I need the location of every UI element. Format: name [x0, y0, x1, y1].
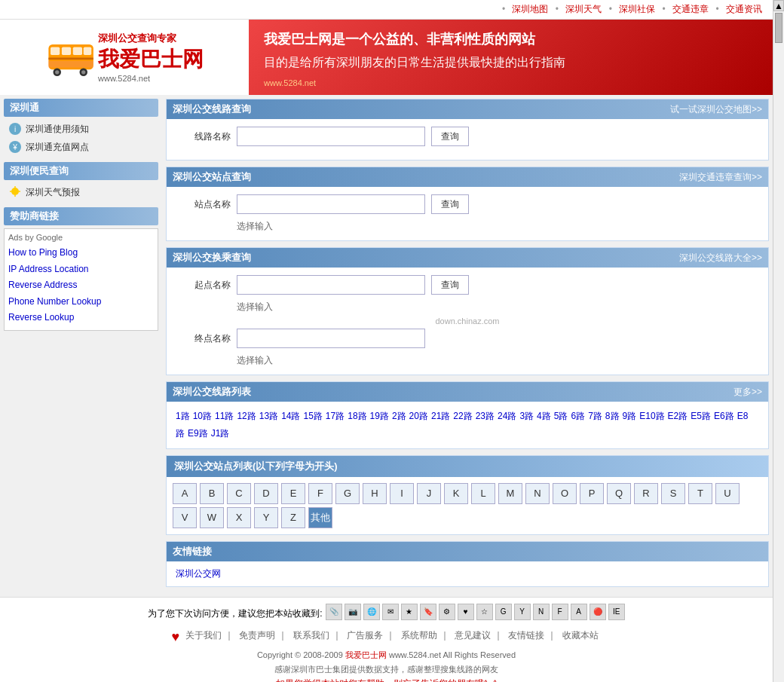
bus-route-link[interactable]: 1路 — [176, 411, 190, 421]
bus-route-link[interactable]: 12路 — [237, 411, 256, 421]
bus-route-link[interactable]: 4路 — [537, 411, 551, 421]
ads-link-ip[interactable]: IP Address Location — [8, 261, 154, 278]
top-nav-weather[interactable]: 深圳天气 — [565, 4, 602, 14]
bookmark-icon-5[interactable]: ★ — [401, 604, 418, 620]
friends-link-bus[interactable]: 深圳公交网 — [176, 568, 221, 579]
transfer-end-input[interactable] — [237, 329, 425, 348]
letter-btn-h[interactable]: H — [363, 483, 387, 504]
bus-route-link[interactable]: 19路 — [370, 411, 389, 421]
letter-btn-p[interactable]: P — [580, 483, 604, 504]
stop-query-btn[interactable]: 查询 — [431, 194, 469, 214]
bookmark-icon-10[interactable]: G — [495, 604, 512, 620]
letter-btn-d[interactable]: D — [254, 483, 278, 504]
bus-route-link[interactable]: 23路 — [476, 411, 495, 421]
bus-route-link[interactable]: E6路 — [714, 411, 734, 421]
letter-btn-k[interactable]: K — [444, 483, 468, 504]
footer-link-contact[interactable]: 联系我们 — [293, 630, 329, 641]
bookmark-icon-14[interactable]: A — [571, 604, 587, 620]
route-map-link[interactable]: 试一试深圳公交地图>> — [670, 103, 762, 116]
bookmark-icon-8[interactable]: ♥ — [458, 604, 474, 620]
letter-btn-e[interactable]: E — [281, 483, 305, 504]
ads-link-reverse-addr[interactable]: Reverse Address — [8, 277, 154, 294]
bookmark-icon-6[interactable]: 🔖 — [420, 604, 436, 620]
stop-violation-link[interactable]: 深圳交通违章查询>> — [679, 171, 762, 184]
bookmark-icon-1[interactable]: 📎 — [326, 604, 342, 620]
bookmark-icon-11[interactable]: Y — [514, 604, 531, 620]
letter-btn-n[interactable]: N — [525, 483, 550, 504]
bus-route-link[interactable]: 9路 — [623, 411, 637, 421]
bookmark-icon-13[interactable]: F — [552, 604, 568, 620]
letter-btn-t[interactable]: T — [688, 483, 712, 504]
bus-route-link[interactable]: J1路 — [211, 428, 230, 439]
bus-route-link[interactable]: E9路 — [188, 428, 208, 439]
bus-route-link[interactable]: 13路 — [259, 411, 278, 421]
ads-link-phone[interactable]: Phone Number Lookup — [8, 294, 154, 310]
footer-link-ads[interactable]: 广告服务 — [347, 630, 383, 641]
footer-link-friends[interactable]: 友情链接 — [508, 630, 544, 641]
letter-btn-m[interactable]: M — [498, 483, 522, 504]
bus-route-link[interactable]: 6路 — [571, 411, 585, 421]
footer-sitename[interactable]: 我爱巴士网 — [345, 650, 387, 659]
bus-route-link[interactable]: 5路 — [554, 411, 568, 421]
bookmark-icon-2[interactable]: 📷 — [345, 604, 361, 620]
top-nav-violation[interactable]: 交通违章 — [672, 4, 709, 14]
bus-route-link[interactable]: 18路 — [348, 411, 366, 421]
footer-link-suggest[interactable]: 意见建议 — [455, 630, 491, 641]
letter-btn-j[interactable]: J — [417, 483, 441, 504]
letter-btn-s[interactable]: S — [661, 483, 685, 504]
bus-route-link[interactable]: 3路 — [519, 411, 534, 421]
scrollbar-up[interactable]: ▲ — [773, 0, 784, 11]
bus-route-link[interactable]: 15路 — [303, 411, 322, 421]
letter-btn-r[interactable]: R — [634, 483, 658, 504]
letter-btn-l[interactable]: L — [471, 483, 495, 504]
bus-route-link[interactable]: 14路 — [281, 411, 300, 421]
bus-route-link[interactable]: 21路 — [431, 411, 450, 421]
bus-route-link[interactable]: 11路 — [215, 411, 234, 421]
letter-btn-o[interactable]: O — [553, 483, 577, 504]
bus-route-link[interactable]: 8路 — [605, 411, 620, 421]
bus-route-link[interactable]: 17路 — [326, 411, 345, 421]
footer-link-about[interactable]: 关于我们 — [185, 630, 222, 641]
top-nav-social[interactable]: 深圳社保 — [619, 4, 655, 14]
letter-btn-i[interactable]: I — [390, 483, 414, 504]
letter-btn-b[interactable]: B — [200, 483, 224, 504]
bus-route-link[interactable]: 24路 — [498, 411, 516, 421]
letter-btn-f[interactable]: F — [308, 483, 332, 504]
bookmark-icon-16[interactable]: IE — [608, 604, 625, 620]
letter-btn-a[interactable]: A — [173, 483, 197, 504]
bookmark-icon-7[interactable]: ⚙ — [439, 604, 455, 620]
route-list-more-link[interactable]: 更多>> — [733, 386, 762, 399]
bookmark-icon-4[interactable]: ✉ — [382, 604, 399, 620]
bus-route-link[interactable]: 10路 — [193, 411, 212, 421]
letter-btn-q[interactable]: Q — [607, 483, 631, 504]
sidebar-item-tong-recharge[interactable]: ¥ 深圳通充值网点 — [4, 138, 158, 156]
bus-route-link[interactable]: 22路 — [453, 411, 472, 421]
bookmark-icon-12[interactable]: N — [533, 604, 550, 620]
letter-btn-g[interactable]: G — [335, 483, 360, 504]
sidebar-item-weather[interactable]: 深圳天气预报 — [4, 183, 158, 201]
footer-link-bookmark[interactable]: 收藏本站 — [562, 630, 599, 641]
top-nav-map[interactable]: 深圳地图 — [512, 4, 548, 14]
bookmark-icon-3[interactable]: 🌐 — [363, 604, 380, 620]
letter-btn-other[interactable]: 其他 — [308, 507, 332, 528]
bus-route-link[interactable]: E10路 — [639, 411, 664, 421]
transfer-all-link[interactable]: 深圳公交线路大全>> — [679, 252, 762, 265]
top-nav-info[interactable]: 交通资讯 — [726, 4, 762, 14]
scrollbar-thumb[interactable] — [775, 13, 782, 43]
footer-link-disclaimer[interactable]: 免责声明 — [239, 630, 275, 641]
letter-btn-z[interactable]: Z — [281, 507, 305, 528]
footer-link-help[interactable]: 系统帮助 — [401, 630, 437, 641]
sidebar-item-tong-notice[interactable]: i 深圳通使用须知 — [4, 120, 158, 138]
bus-route-link[interactable]: 2路 — [392, 411, 406, 421]
ads-link-reverse-lookup[interactable]: Reverse Lookup — [8, 310, 154, 326]
stop-input[interactable] — [237, 194, 425, 214]
transfer-start-input[interactable] — [237, 275, 425, 295]
bus-route-link[interactable]: 20路 — [409, 411, 428, 421]
bookmark-icon-9[interactable]: ☆ — [476, 604, 493, 620]
scrollbar[interactable]: ▲ — [773, 0, 784, 682]
route-input[interactable] — [237, 127, 425, 146]
letter-btn-c[interactable]: C — [227, 483, 251, 504]
letter-btn-y[interactable]: Y — [254, 507, 278, 528]
ads-link-ping[interactable]: How to Ping Blog — [8, 245, 154, 261]
bus-route-link[interactable]: E2路 — [668, 411, 688, 421]
